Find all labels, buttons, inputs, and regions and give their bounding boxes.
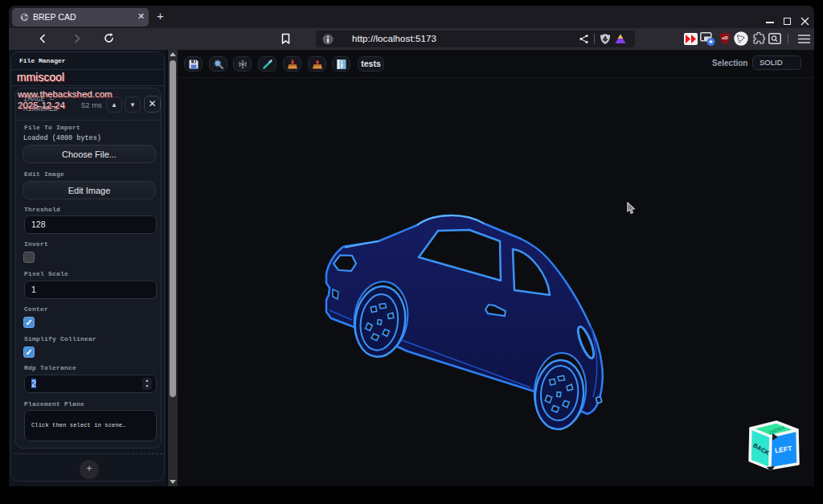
svg-text:uD: uD	[722, 35, 727, 40]
